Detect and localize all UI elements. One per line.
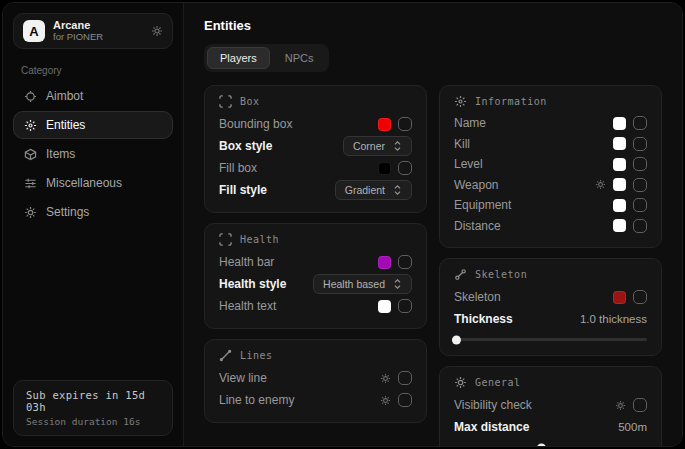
crosshair-icon xyxy=(24,90,37,103)
setting-label: Health text xyxy=(219,299,276,313)
setting-row: Fill box xyxy=(219,157,412,179)
setting-label: Max distance xyxy=(454,420,529,434)
level-checkbox[interactable] xyxy=(633,157,647,171)
color-swatch[interactable] xyxy=(613,117,626,130)
slider-thumb[interactable] xyxy=(452,335,461,344)
setting-row: Health bar xyxy=(219,251,412,273)
equipment-checkbox[interactable] xyxy=(633,198,647,212)
thickness-value: 1.0 thickness xyxy=(580,313,647,325)
color-swatch[interactable] xyxy=(378,256,391,269)
fill-box-checkbox[interactable] xyxy=(398,161,412,175)
view-line-checkbox[interactable] xyxy=(398,371,412,385)
setting-label: Fill style xyxy=(219,183,267,197)
visibility-check-checkbox[interactable] xyxy=(633,398,647,412)
bounding-box-checkbox[interactable] xyxy=(398,117,412,131)
weapon-checkbox[interactable] xyxy=(633,178,647,192)
tab-npcs[interactable]: NPCs xyxy=(272,47,327,69)
color-swatch[interactable] xyxy=(613,137,626,150)
name-checkbox[interactable] xyxy=(633,116,647,130)
setting-label: Kill xyxy=(454,137,470,151)
section-title: Lines xyxy=(240,350,273,361)
chevrons-up-down-icon xyxy=(393,278,402,290)
color-swatch[interactable] xyxy=(613,199,626,212)
slider-thumb[interactable] xyxy=(537,443,546,447)
sidebar-item-label: Aimbot xyxy=(46,89,83,103)
setting-label: Box style xyxy=(219,139,272,153)
brand-logo: A xyxy=(23,20,45,42)
cube-icon xyxy=(24,148,37,161)
health-card: Health Health bar Health style Health ba… xyxy=(204,223,427,329)
setting-label: Bounding box xyxy=(219,117,292,131)
kill-checkbox[interactable] xyxy=(633,137,647,151)
setting-label: Line to enemy xyxy=(219,393,294,407)
setting-row: Thickness 1.0 thickness xyxy=(454,308,647,330)
setting-label: Distance xyxy=(454,219,501,233)
tab-players[interactable]: Players xyxy=(207,47,270,69)
entity-tabs: Players NPCs xyxy=(204,44,329,72)
sidebar-item-label: Miscellaneous xyxy=(46,176,122,190)
max-distance-slider[interactable] xyxy=(454,446,647,447)
chevrons-up-down-icon xyxy=(393,140,402,152)
line-to-enemy-gear-icon[interactable] xyxy=(380,395,391,406)
sub-expiry-text: Sub expires in 15d 03h xyxy=(26,389,160,413)
setting-row: Fill style Gradient xyxy=(219,179,412,201)
setting-row: Health text xyxy=(219,295,412,317)
sidebar-item-items[interactable]: Items xyxy=(13,140,173,168)
scan-corners-icon xyxy=(219,233,232,246)
color-swatch[interactable] xyxy=(378,162,391,175)
setting-row: Name xyxy=(454,113,647,134)
sparkle-icon xyxy=(24,119,37,132)
visibility-check-gear-icon[interactable] xyxy=(615,400,626,411)
setting-label: Level xyxy=(454,157,483,171)
setting-row: Box style Corner xyxy=(219,135,412,157)
setting-row: Line to enemy xyxy=(219,389,412,411)
fill-style-dropdown[interactable]: Gradient xyxy=(335,180,412,200)
weapon-gear-icon[interactable] xyxy=(595,179,606,190)
color-swatch[interactable] xyxy=(613,158,626,171)
color-swatch[interactable] xyxy=(613,219,626,232)
color-swatch[interactable] xyxy=(378,118,391,131)
sidebar-item-entities[interactable]: Entities xyxy=(13,111,173,139)
color-swatch[interactable] xyxy=(613,291,626,304)
lines-card: Lines View line Line to enemy xyxy=(204,339,427,423)
box-style-dropdown[interactable]: Corner xyxy=(343,136,412,156)
session-info-card: Sub expires in 15d 03h Session duration … xyxy=(13,380,173,436)
setting-label: Skeleton xyxy=(454,290,501,304)
right-column: Information Name Kill xyxy=(439,85,662,447)
sidebar-item-miscellaneous[interactable]: Miscellaneous xyxy=(13,169,173,197)
brand-subtitle: for PIONER xyxy=(53,32,143,43)
sidebar-item-aimbot[interactable]: Aimbot xyxy=(13,82,173,110)
thickness-slider[interactable] xyxy=(454,338,647,341)
health-style-dropdown[interactable]: Health based xyxy=(313,274,412,294)
section-title: General xyxy=(475,377,521,388)
line-to-enemy-checkbox[interactable] xyxy=(398,393,412,407)
setting-label: Thickness xyxy=(454,312,513,326)
sidebar: A Arcane for PIONER Category Aimbot xyxy=(3,3,184,446)
distance-checkbox[interactable] xyxy=(633,219,647,233)
setting-row: Distance xyxy=(454,216,647,237)
color-swatch[interactable] xyxy=(613,178,626,191)
setting-row: Level xyxy=(454,154,647,175)
box-card: Box Bounding box Box style Corner xyxy=(204,85,427,213)
setting-label: Equipment xyxy=(454,198,511,212)
brand-name: Arcane xyxy=(53,19,143,32)
setting-label: Weapon xyxy=(454,178,498,192)
setting-row: Weapon xyxy=(454,175,647,196)
section-title: Information xyxy=(475,96,547,107)
setting-row: Equipment xyxy=(454,195,647,216)
category-label: Category xyxy=(21,65,165,76)
view-line-gear-icon[interactable] xyxy=(380,373,391,384)
skeleton-checkbox[interactable] xyxy=(633,290,647,304)
settings-grid: Box Bounding box Box style Corner xyxy=(204,85,662,447)
setting-label: Health style xyxy=(219,277,286,291)
sidebar-item-settings[interactable]: Settings xyxy=(13,198,173,226)
health-text-checkbox[interactable] xyxy=(398,299,412,313)
settings-gear-icon[interactable] xyxy=(151,25,163,37)
main-content: Entities Players NPCs Box Bounding box xyxy=(184,3,682,446)
setting-label: Name xyxy=(454,116,486,130)
health-bar-checkbox[interactable] xyxy=(398,255,412,269)
session-duration-text: Session duration 16s xyxy=(26,416,160,427)
setting-row: Skeleton xyxy=(454,286,647,308)
sidebar-item-label: Settings xyxy=(46,205,89,219)
color-swatch[interactable] xyxy=(378,300,391,313)
